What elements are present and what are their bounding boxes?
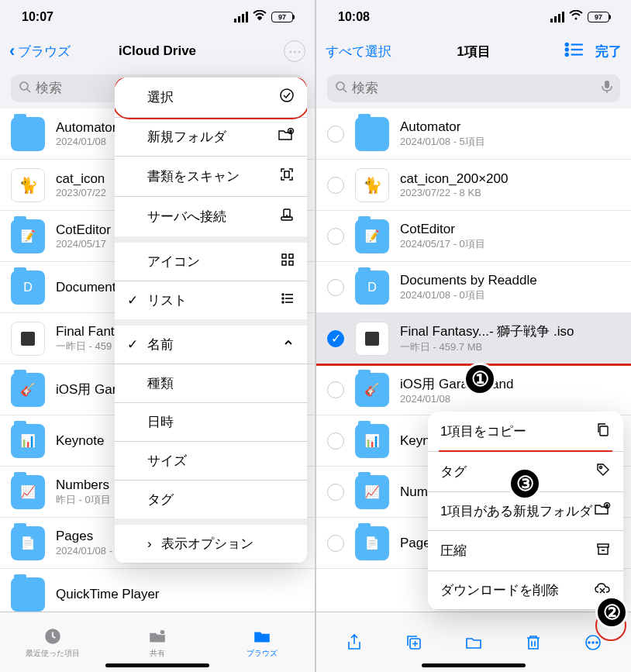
grid-icon bbox=[281, 253, 295, 271]
context-menu: 1項目をコピー タグ 1項目がある新規フォルダ 圧縮 ダウンロードを削除 bbox=[428, 412, 623, 610]
folder-plus-icon bbox=[278, 128, 295, 146]
menu-item[interactable]: ダウンロードを削除 bbox=[428, 571, 623, 610]
menu-item[interactable]: ✓名前 bbox=[115, 326, 307, 364]
menu-item[interactable]: 圧縮 bbox=[428, 531, 623, 571]
menu-item[interactable]: ›表示オプション bbox=[115, 525, 307, 563]
checkmark-icon: ✓ bbox=[127, 292, 143, 308]
cellular-icon bbox=[234, 12, 248, 22]
menu-label: 名前 bbox=[147, 336, 174, 353]
list-item[interactable]: Automator 2024/01/08 - 5項目 bbox=[316, 109, 631, 160]
svg-point-27 bbox=[336, 82, 344, 90]
server-icon bbox=[279, 207, 295, 226]
svg-line-2 bbox=[27, 89, 30, 92]
menu-label: 新規フォルダ bbox=[147, 128, 226, 146]
menu-item[interactable]: アイコン bbox=[115, 243, 307, 281]
search-field[interactable] bbox=[327, 74, 620, 102]
svg-point-20 bbox=[575, 18, 578, 20]
svg-point-34 bbox=[596, 642, 598, 643]
list-item[interactable]: D Documents by Readdle 2024/01/08 - 0項目 bbox=[316, 262, 631, 313]
more-button[interactable]: ⋯ bbox=[284, 40, 305, 62]
annotation-badge-1: ① bbox=[464, 363, 496, 395]
menu-item[interactable]: タグ bbox=[115, 481, 307, 525]
menu-item[interactable]: 1項目をコピー bbox=[428, 412, 623, 452]
tab-0[interactable]: 最近使った項目 bbox=[0, 612, 105, 672]
list-item[interactable]: ✓ Final Fantasy...- 獅子戦争 .iso 一昨日 - 459.… bbox=[316, 313, 631, 364]
image-thumb-icon: 🐈 bbox=[11, 168, 45, 202]
item-name: QuickTime Player bbox=[56, 587, 304, 602]
menu-item[interactable]: サーバへ接続 bbox=[115, 197, 307, 243]
menu-item[interactable]: 種類 bbox=[115, 364, 307, 403]
back-label: ブラウズ bbox=[18, 43, 71, 60]
phone-left: 10:07 97 ‹ ブラウズ iCloud Drive ⋯ A bbox=[0, 0, 315, 672]
select-radio[interactable] bbox=[327, 228, 344, 245]
select-radio[interactable] bbox=[327, 177, 344, 194]
menu-item[interactable]: 選択 bbox=[115, 78, 307, 118]
select-radio[interactable] bbox=[327, 535, 344, 552]
move-button[interactable] bbox=[458, 627, 489, 658]
menu-item[interactable]: ✓リスト bbox=[115, 281, 307, 326]
svg-rect-35 bbox=[600, 426, 608, 436]
menu-label: 日時 bbox=[147, 413, 174, 431]
svg-point-18 bbox=[282, 298, 284, 299]
svg-point-25 bbox=[566, 48, 568, 50]
view-list-button[interactable] bbox=[564, 40, 584, 64]
back-button[interactable]: ‹ ブラウズ bbox=[9, 41, 87, 61]
menu-label: リスト bbox=[147, 291, 187, 309]
menu-item[interactable]: サイズ bbox=[115, 442, 307, 481]
menu-item[interactable]: 日時 bbox=[115, 403, 307, 442]
item-name: cat_icon_200×200 bbox=[400, 171, 620, 187]
microphone-icon[interactable] bbox=[602, 80, 612, 97]
svg-point-0 bbox=[259, 18, 261, 20]
select-radio[interactable]: ✓ bbox=[327, 330, 344, 347]
item-name: Final Fantasy...- 獅子戦争 .iso bbox=[400, 322, 620, 340]
copy-icon bbox=[595, 422, 611, 441]
search-icon bbox=[19, 81, 31, 96]
select-radio[interactable] bbox=[327, 484, 344, 501]
svg-rect-13 bbox=[289, 261, 293, 265]
folder-icon bbox=[11, 577, 45, 612]
delete-button[interactable] bbox=[518, 627, 549, 658]
chevron-left-icon: ‹ bbox=[9, 41, 15, 61]
nav-bar: すべて選択 1項目 完了 bbox=[316, 34, 631, 68]
phone-right: 10:08 97 すべて選択 1項目 完了 bbox=[316, 0, 631, 672]
svg-rect-10 bbox=[282, 254, 286, 258]
status-bar: 10:07 97 bbox=[0, 0, 315, 34]
menu-item[interactable]: 新規フォルダ bbox=[115, 118, 307, 157]
list-item[interactable]: 📝 CotEditor 2024/05/17 - 0項目 bbox=[316, 211, 631, 262]
select-radio[interactable] bbox=[327, 279, 344, 296]
svg-point-26 bbox=[566, 53, 568, 55]
status-bar: 10:08 97 bbox=[316, 0, 631, 34]
menu-label: サーバへ接続 bbox=[147, 208, 226, 226]
more-button[interactable] bbox=[578, 627, 609, 658]
menu-label: 種類 bbox=[147, 374, 174, 392]
item-name: Documents by Readdle bbox=[400, 273, 620, 288]
done-button[interactable]: 完了 bbox=[595, 43, 622, 60]
svg-point-24 bbox=[566, 43, 568, 45]
select-radio[interactable] bbox=[327, 126, 344, 143]
share-button[interactable] bbox=[339, 627, 370, 658]
svg-point-33 bbox=[592, 642, 594, 643]
svg-point-19 bbox=[282, 302, 284, 303]
list-item[interactable]: 🐈 cat_icon_200×200 2023/07/22 - 8 KB bbox=[316, 160, 631, 211]
duplicate-button[interactable] bbox=[398, 627, 429, 658]
list-item[interactable]: QuickTime Player bbox=[0, 569, 315, 612]
item-name: CotEditor bbox=[400, 222, 620, 237]
svg-rect-12 bbox=[282, 261, 286, 265]
menu-label: ダウンロードを削除 bbox=[440, 581, 559, 599]
file-icon bbox=[355, 322, 389, 356]
menu-item[interactable]: 書類をスキャン bbox=[115, 157, 307, 197]
search-input[interactable] bbox=[352, 81, 597, 96]
svg-rect-38 bbox=[598, 544, 609, 547]
tab-2[interactable]: ブラウズ bbox=[210, 612, 315, 672]
folder-icon bbox=[11, 117, 45, 151]
menu-label: 書類をスキャン bbox=[147, 167, 240, 185]
folder-icon: D bbox=[11, 271, 45, 305]
home-indicator bbox=[105, 663, 209, 667]
svg-point-5 bbox=[281, 89, 293, 102]
select-radio[interactable] bbox=[327, 381, 344, 398]
select-all-button[interactable]: すべて選択 bbox=[326, 43, 403, 60]
folder-icon: 🎸 bbox=[355, 373, 389, 407]
wifi-icon bbox=[569, 10, 583, 24]
select-all-label: すべて選択 bbox=[326, 43, 391, 60]
select-radio[interactable] bbox=[327, 432, 344, 450]
